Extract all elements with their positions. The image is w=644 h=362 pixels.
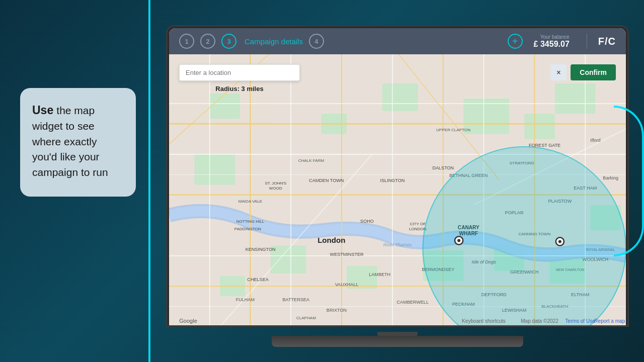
map-overlay-controls: Radius: 3 miles [179,64,300,93]
svg-rect-6 [524,114,555,139]
laptop-base [272,336,523,347]
svg-text:Report a map error: Report a map error [594,318,626,324]
svg-text:CHELSEA: CHELSEA [247,277,269,282]
svg-text:CHALK FARM: CHALK FARM [298,158,325,163]
svg-text:DALSTON: DALSTON [432,165,454,170]
svg-text:CITY OF: CITY OF [410,222,426,226]
location-input[interactable] [186,69,293,76]
app-content: 1 2 3 Campaign details 4 + Your balance … [169,28,626,325]
close-button[interactable]: × [550,64,567,80]
cyan-arc-decoration [614,106,644,256]
nav-divider [587,34,587,49]
svg-text:VAUXHALL: VAUXHALL [335,282,359,287]
laptop-screen: 1 2 3 Campaign details 4 + Your balance … [166,25,629,327]
svg-text:MAIDA VALE: MAIDA VALE [238,199,263,204]
laptop-frame: 1 2 3 Campaign details 4 + Your balance … [166,25,629,347]
radius-label: Radius: 3 miles [179,85,300,93]
svg-text:CAMBERWELL: CAMBERWELL [397,300,429,305]
svg-text:ISLINGTON: ISLINGTON [380,178,405,183]
svg-text:River Thames: River Thames [383,242,412,247]
svg-point-86 [457,239,460,242]
balance-amount: £ 3459.07 [534,40,570,49]
laptop-notch [377,332,418,336]
svg-text:WOOD: WOOD [269,187,282,191]
balance-label: Your balance [540,34,570,40]
svg-text:ST. JOHN'S: ST. JOHN'S [265,181,286,186]
map-action-buttons: × Confirm [550,64,616,80]
svg-rect-1 [210,94,240,119]
svg-rect-4 [382,83,418,111]
svg-text:Terms of Use: Terms of Use [566,318,596,324]
svg-text:Google: Google [179,318,197,324]
step-2[interactable]: 2 [200,34,215,49]
svg-text:London: London [317,236,345,244]
svg-text:WESTMINSTER: WESTMINSTER [330,252,364,257]
step-4[interactable]: 4 [309,34,324,49]
svg-text:UPPER CLAPTON: UPPER CLAPTON [436,128,470,132]
cyan-line-decoration [148,0,150,362]
confirm-button[interactable]: Confirm [571,64,616,80]
step-3[interactable]: 3 [221,34,236,49]
svg-text:KENSINGTON: KENSINGTON [246,247,276,252]
logo: F/C [598,36,616,47]
svg-rect-2 [194,154,235,185]
balance-section: Your balance £ 3459.07 [534,34,570,49]
svg-text:CLAPHAM: CLAPHAM [296,316,316,320]
svg-text:Map data ©2022: Map data ©2022 [521,318,558,324]
svg-point-88 [558,240,561,243]
svg-text:BRIXTON: BRIXTON [327,308,347,313]
info-card: Use the map widget to see where exactly … [20,88,136,197]
svg-text:LAMBETH: LAMBETH [369,272,390,277]
step-1[interactable]: 1 [179,34,194,49]
svg-text:PADDINGTON: PADDINGTON [234,227,261,231]
step-title: Campaign details [245,37,303,46]
svg-text:NOTTING HILL: NOTTING HILL [236,219,265,224]
map-background: CANARY WHARF Isle of Dogs GREENWICH DEPT… [169,54,626,325]
svg-text:Ilford: Ilford [590,138,600,143]
svg-text:Keyboard shortcuts: Keyboard shortcuts [462,318,506,324]
info-card-bold: Use [32,104,53,117]
top-nav: 1 2 3 Campaign details 4 + Your balance … [169,28,626,54]
svg-text:FULHAM: FULHAM [236,297,255,302]
add-balance-button[interactable]: + [508,34,523,49]
svg-text:CAMDEN TOWN: CAMDEN TOWN [309,178,344,183]
svg-text:SOHO: SOHO [360,219,374,224]
svg-rect-8 [271,245,306,273]
svg-text:BATTERSEA: BATTERSEA [283,297,310,302]
svg-rect-7 [555,83,596,114]
map-container: CANARY WHARF Isle of Dogs GREENWICH DEPT… [169,54,626,325]
location-input-container [179,64,300,81]
